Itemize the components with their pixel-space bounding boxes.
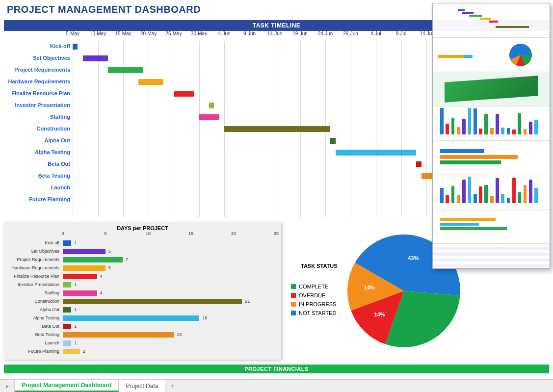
dpp-value: 1 [74,282,77,287]
legend-swatch [291,311,296,315]
gantt-date-label: 4-Jul [370,31,381,36]
status-legend: COMPLETEOVERDUEIN PROGRESSNOT STARTED [291,284,338,316]
dpp-bar [63,299,242,304]
dpp-row: Alpha Out1 [4,306,276,314]
gantt-task-label: Hardware Requirements [4,78,70,84]
dpp-bar [63,349,80,354]
dpp-bar [63,249,105,254]
dpp-bar [63,240,71,246]
dpp-label: Future Planning [4,349,59,354]
legend-label: COMPLETE [299,284,329,289]
gantt-bar [73,44,78,50]
gantt-date-label: 30-May [191,31,207,36]
pie-label: 14% [374,312,385,317]
legend-swatch [291,302,296,307]
dpp-row: Construction21 [4,297,276,306]
legend-label: OVERDUE [299,292,325,298]
gantt-date-label: 4-Jun [218,31,230,36]
gantt-date-label: 15-May [115,31,131,36]
dpp-bar [63,290,97,296]
gantt-date-label: 25-May [165,31,182,36]
gantt-date-label: 29-Jun [343,31,358,36]
gantt-task-label: Future Planning [4,196,70,202]
gantt-bar [83,55,108,61]
gantt-bar [416,161,421,167]
dpp-bar [63,307,71,313]
legend-swatch [291,293,296,298]
dpp-tick: 10 [146,231,151,236]
tab-project-data[interactable]: Project Data [119,380,165,392]
gantt-date-label: 14-Jul [420,31,433,36]
dpp-value: 4 [100,274,103,279]
dpp-label: Beta Out [4,324,59,329]
gantt-date-label: 24-Jun [318,31,333,36]
gantt-date-label: 10-May [90,31,106,36]
dpp-row: Beta Out1 [4,322,276,331]
gantt-task-label: Investor Presentation [4,102,70,108]
add-sheet-button[interactable]: ＋ [165,380,180,392]
dpp-tick: 5 [104,231,106,236]
gantt-date-label: 19-Jun [292,31,308,36]
dpp-label: Set Objectives [4,249,59,254]
dpp-bar [63,324,71,329]
gantt-date-label: 9-Jul [396,31,407,36]
dpp-tick: 0 [61,231,64,236]
dpp-row: Finalize Resource Plan4 [4,272,276,281]
legend-label: IN PROGRESS [299,301,336,307]
sheet-tabs: ▸ Project Management Dashboard Project D… [0,379,553,392]
dpp-value: 1 [74,307,77,312]
dpp-value: 21 [245,299,250,304]
dpp-tick: 15 [188,231,193,236]
dpp-row: Alpha Testing16 [4,314,276,322]
dpp-value: 5 [108,249,111,254]
gantt-task-label: Project Requirements [4,67,70,73]
dpp-row: Launch1 [4,339,276,347]
gantt-bar [336,150,417,156]
gantt-date-label: 5-May [66,31,79,36]
dpp-row: Project Requirements7 [4,256,276,264]
gantt-date-label: 9-Jun [243,31,256,36]
gantt-task-label: Alpha Out [4,137,70,143]
gantt-task-label: Alpha Testing [4,149,70,155]
dpp-bar [63,282,71,287]
dpp-bar [63,340,71,346]
dpp-row: Beta Testing13 [4,331,276,339]
dpp-row: Future Planning2 [4,347,276,356]
dpp-row: Staffing4 [4,289,276,297]
dpp-tick: 25 [274,231,279,236]
dpp-value: 13 [177,332,182,337]
sheet-nav-prev[interactable]: ▸ [0,380,15,392]
dpp-row: Hardware Requirements5 [4,264,276,272]
pie-label: 43% [408,255,419,261]
gantt-date-label: 20-May [140,31,157,36]
legend-label: NOT STARTED [299,310,336,316]
dpp-value: 7 [126,257,128,262]
dpp-bar [63,315,199,321]
gantt-bar [330,138,335,144]
dpp-label: Alpha Out [4,307,59,312]
dpp-label: Finalize Resource Plan [4,274,59,279]
dpp-label: Hardware Requirements [4,265,59,270]
tab-dashboard[interactable]: Project Management Dashboard [15,380,119,392]
dpp-row: Investor Presentation1 [4,281,276,289]
dpp-label: Beta Testing [4,332,59,337]
dpp-bar [63,332,174,338]
dpp-label: Construction [4,299,59,304]
dpp-label: Launch [4,340,59,345]
financials-header: PROJECT FINANCIALS [4,365,549,373]
dpp-value: 1 [74,340,77,345]
gantt-bar [224,126,330,132]
dpp-value: 4 [100,290,103,295]
dpp-label: Staffing [4,290,59,295]
thumbnail-overlay [432,3,550,269]
gantt-bar [108,67,143,73]
gantt-task-label: Staffing [4,114,70,120]
dpp-label: Investor Presentation [4,282,59,287]
dpp-label: Kick-off [4,240,59,245]
dpp-bar [63,274,97,279]
pie-label: 14% [364,285,375,290]
days-per-project-chart: DAYS per PROJECT 0510152025 Kick-off1Set… [4,222,281,360]
gantt-bar [174,91,194,97]
task-status-title: TASK STATUS [301,263,338,269]
dpp-label: Project Requirements [4,257,59,262]
